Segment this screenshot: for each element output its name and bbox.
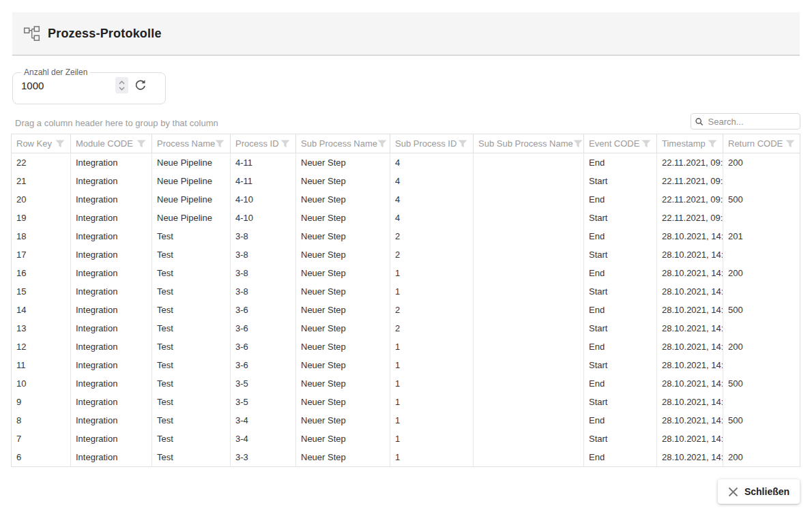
- table-row[interactable]: 22IntegrationNeue Pipeline4-11Neuer Step…: [12, 153, 800, 172]
- column-header-process-name[interactable]: Process Name: [152, 134, 231, 153]
- table-cell-event-code: Start: [584, 245, 657, 264]
- table-cell-process-id: 3-3: [231, 448, 296, 466]
- column-header-label: Process ID: [235, 138, 279, 149]
- column-header-timestamp[interactable]: Timestamp: [657, 134, 723, 153]
- spin-up-icon[interactable]: [119, 80, 125, 85]
- filter-funnel-icon[interactable]: [641, 140, 651, 148]
- filter-funnel-icon[interactable]: [215, 140, 224, 148]
- table-row[interactable]: 21IntegrationNeue Pipeline4-11Neuer Step…: [12, 172, 800, 190]
- table-cell-event-code: Start: [584, 172, 657, 190]
- table-cell-sub-process-name: Neuer Step: [296, 227, 390, 245]
- search-input[interactable]: [707, 116, 796, 127]
- table-row[interactable]: 8IntegrationTest3-4Neuer Step1End28.10.2…: [12, 411, 800, 430]
- filter-funnel-icon[interactable]: [377, 140, 387, 148]
- table-cell-sub-sub-process-name: [474, 245, 584, 264]
- table-cell-timestamp: 28.10.2021, 14:25: [657, 374, 723, 393]
- table-cell-row-key: 18: [12, 227, 71, 245]
- table-cell-row-key: 17: [12, 245, 71, 264]
- table-cell-module-code: Integration: [71, 190, 152, 209]
- table-row[interactable]: 13IntegrationTest3-6Neuer Step2Start28.1…: [12, 319, 800, 338]
- table-row[interactable]: 18IntegrationTest3-8Neuer Step2End28.10.…: [12, 227, 800, 245]
- table-cell-sub-sub-process-name: [474, 430, 584, 448]
- group-panel-hint: Drag a column header here to group by th…: [15, 118, 218, 128]
- grid-header-row: Row Key Module CODE Process Name Process…: [12, 134, 800, 153]
- table-cell-sub-sub-process-name: [474, 411, 584, 430]
- table-cell-process-id: 3-6: [231, 301, 296, 319]
- table-cell-process-name: Test: [152, 227, 231, 245]
- table-cell-sub-process-id: 1: [390, 282, 474, 301]
- table-row[interactable]: 9IntegrationTest3-5Neuer Step1Start28.10…: [12, 393, 800, 411]
- table-cell-sub-process-id: 1: [390, 338, 474, 356]
- table-row[interactable]: 14IntegrationTest3-6Neuer Step2End28.10.…: [12, 301, 800, 319]
- table-cell-process-name: Test: [152, 282, 231, 301]
- table-cell-module-code: Integration: [71, 411, 152, 430]
- table-cell-event-code: Start: [584, 393, 657, 411]
- table-cell-event-code: End: [584, 227, 657, 245]
- table-row[interactable]: 19IntegrationNeue Pipeline4-10Neuer Step…: [12, 209, 800, 227]
- column-header-module-code[interactable]: Module CODE: [71, 134, 152, 153]
- table-cell-process-id: 3-8: [231, 227, 296, 245]
- filter-funnel-icon[interactable]: [458, 140, 467, 148]
- filter-funnel-icon[interactable]: [280, 140, 290, 148]
- table-row[interactable]: 17IntegrationTest3-8Neuer Step2Start28.1…: [12, 245, 800, 264]
- table-cell-module-code: Integration: [71, 301, 152, 319]
- table-cell-return-code: [723, 393, 800, 411]
- filter-funnel-icon[interactable]: [573, 140, 583, 148]
- table-row[interactable]: 15IntegrationTest3-8Neuer Step1Start28.1…: [12, 282, 800, 301]
- table-cell-event-code: Start: [584, 282, 657, 301]
- table-cell-event-code: End: [584, 153, 657, 172]
- refresh-button[interactable]: [132, 77, 149, 93]
- number-spinner[interactable]: [115, 77, 128, 93]
- table-cell-return-code: [723, 356, 800, 374]
- table-cell-timestamp: 22.11.2021, 09:37: [657, 190, 723, 209]
- table-cell-row-key: 8: [12, 411, 71, 430]
- column-header-sub-sub-process-name[interactable]: Sub Sub Process Name: [474, 134, 584, 153]
- close-icon: [728, 487, 738, 497]
- table-cell-timestamp: 28.10.2021, 14:27: [657, 227, 723, 245]
- table-cell-return-code: [723, 209, 800, 227]
- table-cell-row-key: 22: [12, 153, 71, 172]
- table-cell-module-code: Integration: [71, 264, 152, 282]
- search-box[interactable]: [691, 113, 800, 130]
- table-cell-timestamp: 28.10.2021, 14:25: [657, 301, 723, 319]
- filter-funnel-icon[interactable]: [55, 140, 65, 148]
- column-header-return-code[interactable]: Return CODE: [723, 134, 800, 153]
- row-count-input[interactable]: [21, 80, 115, 91]
- table-row[interactable]: 10IntegrationTest3-5Neuer Step1End28.10.…: [12, 374, 800, 393]
- table-cell-process-id: 3-8: [231, 282, 296, 301]
- filter-funnel-icon[interactable]: [785, 140, 795, 148]
- table-cell-sub-process-id: 1: [390, 374, 474, 393]
- table-cell-sub-sub-process-name: [474, 190, 584, 209]
- table-row[interactable]: 7IntegrationTest3-4Neuer Step1Start28.10…: [12, 430, 800, 448]
- row-count-label: Anzahl der Zeilen: [21, 68, 90, 77]
- table-cell-row-key: 21: [12, 172, 71, 190]
- table-cell-event-code: End: [584, 338, 657, 356]
- table-row[interactable]: 6IntegrationTest3-3Neuer Step1End28.10.2…: [12, 448, 800, 466]
- table-row[interactable]: 20IntegrationNeue Pipeline4-10Neuer Step…: [12, 190, 800, 209]
- table-cell-return-code: [723, 245, 800, 264]
- table-cell-sub-process-name: Neuer Step: [296, 301, 390, 319]
- column-header-sub-process-id[interactable]: Sub Process ID: [390, 134, 474, 153]
- filter-funnel-icon[interactable]: [708, 140, 717, 148]
- column-header-label: Event CODE: [589, 138, 639, 149]
- table-cell-module-code: Integration: [71, 319, 152, 338]
- table-cell-sub-process-id: 1: [390, 356, 474, 374]
- table-cell-timestamp: 28.10.2021, 14:27: [657, 264, 723, 282]
- table-cell-module-code: Integration: [71, 245, 152, 264]
- spin-down-icon[interactable]: [119, 87, 125, 91]
- column-header-sub-process-name[interactable]: Sub Process Name: [296, 134, 390, 153]
- column-header-event-code[interactable]: Event CODE: [584, 134, 657, 153]
- table-cell-sub-process-name: Neuer Step: [296, 338, 390, 356]
- table-cell-row-key: 9: [12, 393, 71, 411]
- close-button[interactable]: Schließen: [718, 479, 800, 504]
- table-row[interactable]: 12IntegrationTest3-6Neuer Step1End28.10.…: [12, 338, 800, 356]
- filter-funnel-icon[interactable]: [136, 140, 146, 148]
- table-cell-event-code: End: [584, 190, 657, 209]
- page-title: Prozess-Protokolle: [48, 27, 162, 41]
- column-header-row-key[interactable]: Row Key: [12, 134, 71, 153]
- table-row[interactable]: 16IntegrationTest3-8Neuer Step1End28.10.…: [12, 264, 800, 282]
- column-header-process-id[interactable]: Process ID: [231, 134, 296, 153]
- table-row[interactable]: 11IntegrationTest3-6Neuer Step1Start28.1…: [12, 356, 800, 374]
- table-cell-module-code: Integration: [71, 430, 152, 448]
- table-cell-sub-sub-process-name: [474, 282, 584, 301]
